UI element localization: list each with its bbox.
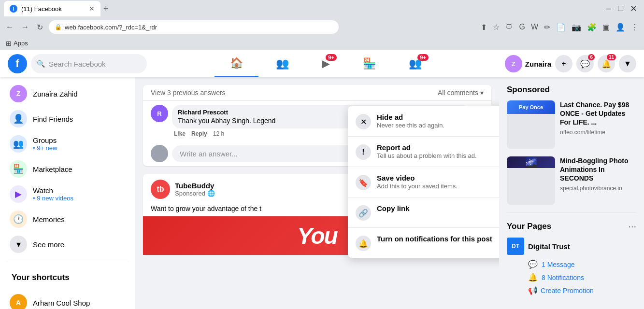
menu-item-copy-link[interactable]: 🔗 Copy link — [348, 199, 499, 225]
fb-search-bar[interactable]: 🔍 Search Facebook — [31, 54, 147, 73]
extension-doc-icon[interactable]: 📄 — [555, 21, 567, 33]
right-sidebar-divider — [507, 212, 636, 213]
account-menu-button[interactable]: ▼ — [619, 55, 636, 72]
messenger-button[interactable]: 💬 6 — [576, 55, 594, 72]
friends-icon: 👥 — [276, 57, 289, 70]
ad-url-2: special.photovibrance.io — [560, 185, 636, 192]
copy-link-icon: 🔗 — [356, 205, 371, 221]
page-name-label: Digital Trust — [528, 242, 570, 251]
tab-close-btn[interactable]: ✕ — [89, 5, 95, 13]
maximize-button[interactable]: □ — [615, 2, 626, 15]
ad-thumb-1: Pay Once — [507, 100, 555, 149]
page-message-action[interactable]: 💬 1 Message — [507, 258, 636, 271]
nav-friends[interactable]: 👥 — [260, 50, 304, 77]
nav-home[interactable]: 🏠 — [215, 50, 258, 77]
profile-icon[interactable]: 👤 — [614, 21, 627, 33]
bell-icon: 🔔 — [601, 59, 611, 69]
toolbar-icons: ⬆ ☆ 🛡 G W ✏ 📄 📷 🧩 ▣ 👤 ⋮ — [479, 21, 640, 33]
report-ad-text: Report ad Tell us about a problem with t… — [377, 143, 499, 159]
view-previous-answers[interactable]: View 3 previous answers — [151, 89, 226, 97]
fb-header: f 🔍 Search Facebook 🏠 👥 ▶ 9+ 🏪 👥 9+ — [0, 50, 644, 77]
notifications-menu-icon: 🔔 — [356, 236, 371, 251]
user-avatar-small — [151, 145, 168, 162]
sidebar-item-memories[interactable]: 🕐 Memories — [4, 207, 131, 232]
notifications-button[interactable]: 🔔 11 — [598, 55, 615, 72]
messenger-icon: 💬 — [580, 59, 590, 69]
page-name-row[interactable]: DT Digital Trust — [507, 238, 636, 255]
browser-tab[interactable]: f (11) Facebook ✕ — [4, 1, 100, 16]
menu-item-notifications[interactable]: 🔔 Turn on notifications for this post — [348, 230, 499, 256]
sidebar-item-marketplace[interactable]: 🏪 Marketplace — [4, 156, 131, 182]
sidebar-item-see-more[interactable]: ▾ See more — [4, 232, 131, 257]
bookmark-icon[interactable]: ☆ — [491, 21, 501, 33]
extension-w-icon[interactable]: W — [530, 21, 540, 33]
write-answer-placeholder: Write an answer... — [180, 150, 238, 158]
ad-image-2: 🌌 — [507, 156, 555, 168]
sidebar-item-profile[interactable]: Z Zunaira Zahid — [4, 81, 131, 106]
header-profile[interactable]: Z Zunaira — [505, 55, 551, 72]
menu-item-hide-ad[interactable]: ✕ Hide ad Never see this ad again. — [348, 108, 499, 134]
share-icon[interactable]: ⬆ — [479, 21, 488, 33]
forward-button[interactable]: → — [19, 21, 31, 33]
reload-button[interactable]: ↻ — [35, 21, 45, 34]
address-bar[interactable]: 🔒 web.facebook.com/?_rdc=1&_rdr — [49, 20, 339, 34]
add-button[interactable]: + — [555, 55, 572, 72]
close-button[interactable]: ✕ — [627, 2, 640, 15]
nav-groups[interactable]: 👥 9+ — [393, 50, 437, 77]
nav-watch[interactable]: ▶ 9+ — [306, 50, 345, 77]
marketplace-label: Marketplace — [33, 165, 72, 173]
your-pages-title: Your Pages — [507, 222, 551, 231]
new-tab-button[interactable]: + — [103, 4, 109, 14]
sponsored-label: Sponsored — [175, 190, 205, 197]
nav-marketplace[interactable]: 🏪 — [347, 50, 391, 77]
fb-main: Z Zunaira Zahid 👤 Find Friends 👥 Groups … — [0, 77, 644, 309]
split-view-icon[interactable]: ▣ — [601, 21, 611, 33]
sidebar-item-find-friends[interactable]: 👤 Find Friends — [4, 106, 131, 131]
page-notifications-count: 8 Notifications — [542, 274, 584, 281]
your-pages-header: Your Pages ··· — [507, 221, 636, 232]
ad-image-1: Pay Once — [507, 100, 555, 114]
menu-divider-4 — [348, 227, 499, 228]
tab-favicon: f — [10, 5, 17, 13]
ad-item-2[interactable]: 🌌 Mind-Boggling Photo Animations In SECO… — [507, 156, 636, 205]
richard-avatar: R — [151, 105, 168, 122]
menu-item-save-video[interactable]: 🔖 Save video Add this to your saved item… — [348, 169, 499, 195]
ad-item-1[interactable]: Pay Once Last Chance. Pay $98 ONCE - Get… — [507, 100, 636, 149]
menu-divider-3 — [348, 197, 499, 197]
left-sidebar: Z Zunaira Zahid 👤 Find Friends 👥 Groups … — [0, 77, 135, 309]
create-promotion-button[interactable]: 📢 Create Promotion — [507, 284, 636, 297]
like-action[interactable]: Like — [174, 130, 186, 137]
watch-badge: 9+ — [326, 54, 337, 61]
bookmarks-apps-item[interactable]: ⊞ Apps — [6, 40, 28, 47]
menu-divider-2 — [348, 167, 499, 167]
extension-shield-icon[interactable]: 🛡 — [504, 21, 515, 33]
all-comments-label: All comments — [438, 89, 478, 97]
fb-nav: 🏠 👥 ▶ 9+ 🏪 👥 9+ — [215, 50, 437, 77]
sidebar-item-groups[interactable]: 👥 Groups • 9+ new — [4, 131, 131, 156]
header-avatar: Z — [505, 55, 522, 72]
extension-pen-icon[interactable]: ✏ — [543, 21, 552, 33]
shortcut-arham[interactable]: A Arham Cool Shop — [4, 290, 131, 309]
extensions-icon[interactable]: 🧩 — [586, 21, 598, 33]
digital-trust-page: DT Digital Trust 💬 1 Message 🔔 8 Notific… — [507, 238, 636, 297]
extension-camera-icon[interactable]: 📷 — [570, 21, 583, 33]
page-notifications-action[interactable]: 🔔 8 Notifications — [507, 271, 636, 284]
sidebar-item-watch[interactable]: ▶ Watch • 9 new videos — [4, 182, 131, 207]
memories-sidebar-icon: 🕐 — [10, 211, 27, 228]
reply-action[interactable]: Reply — [191, 130, 207, 137]
menu-icon[interactable]: ⋮ — [630, 21, 640, 33]
preview-text: You — [297, 223, 337, 249]
facebook-app: f 🔍 Search Facebook 🏠 👥 ▶ 9+ 🏪 👥 9+ — [0, 50, 644, 309]
all-comments-button[interactable]: All comments ▾ — [438, 89, 484, 97]
ad-title-1: Last Chance. Pay $98 ONCE - Get Updates … — [560, 100, 636, 127]
back-button[interactable]: ← — [4, 21, 15, 33]
menu-item-report-ad[interactable]: ! Report ad Tell us about a problem with… — [348, 139, 499, 165]
save-video-text: Save video Add this to your saved items. — [377, 174, 499, 190]
hide-ad-subtitle: Never see this ad again. — [377, 122, 499, 129]
extension-g-icon[interactable]: G — [517, 21, 526, 33]
minimize-button[interactable]: – — [603, 2, 614, 15]
all-comments-chevron: ▾ — [480, 89, 484, 97]
fb-logo[interactable]: f — [8, 54, 27, 73]
your-pages-more-button[interactable]: ··· — [628, 221, 636, 232]
see-more-label: See more — [33, 240, 64, 249]
